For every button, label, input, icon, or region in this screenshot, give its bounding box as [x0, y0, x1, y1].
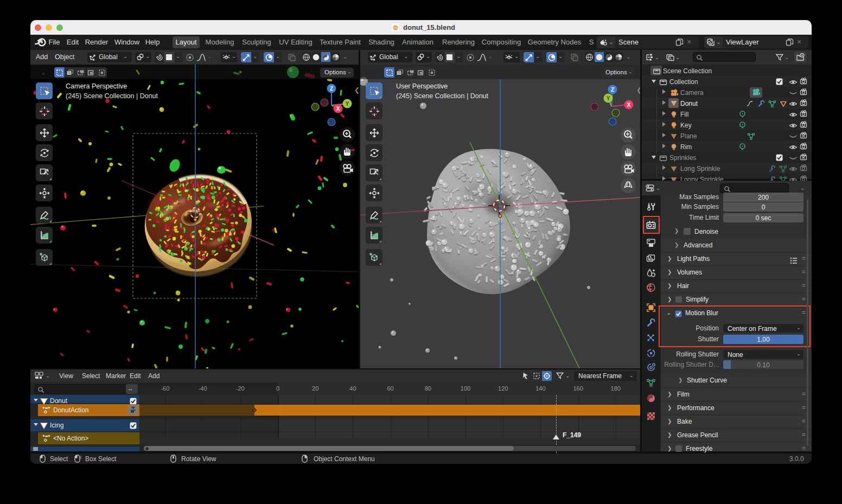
- svg-text:❮: ❮: [636, 86, 640, 94]
- svg-text:X: X: [336, 106, 340, 112]
- svg-text:Y: Y: [346, 101, 349, 107]
- svg-text:Z: Z: [611, 87, 614, 93]
- svg-text:X: X: [627, 102, 631, 108]
- svg-text:❮: ❮: [354, 86, 359, 94]
- svg-text:Y: Y: [607, 95, 610, 101]
- svg-text:Z: Z: [330, 86, 333, 92]
